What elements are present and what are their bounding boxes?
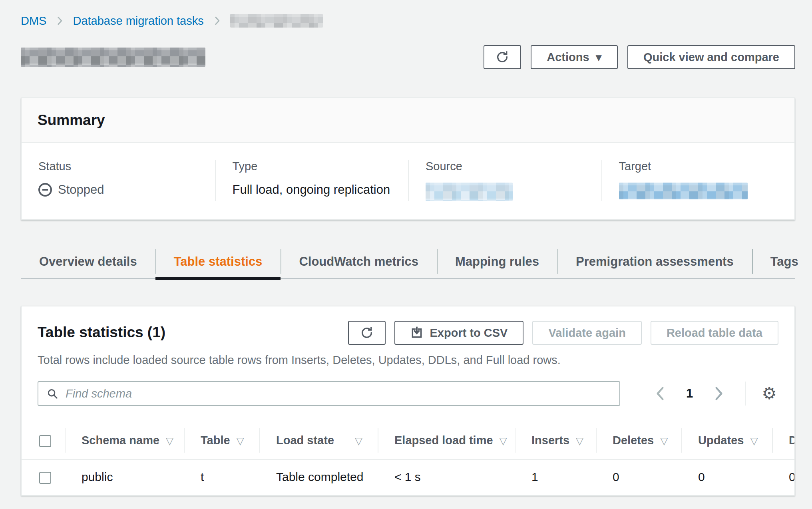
column-header-load-state[interactable]: Load state▽ (260, 422, 378, 459)
gear-icon: ⚙ (762, 385, 777, 402)
tab-label: Tags (770, 254, 798, 268)
table-statistics-header: Table statistics (1) Export to CSV (22, 306, 794, 345)
select-all-checkbox[interactable] (39, 435, 51, 447)
tab-label: Mapping rules (455, 254, 539, 268)
column-label: Table (201, 434, 230, 447)
sort-icon: ▽ (355, 435, 362, 447)
quick-view-compare-button[interactable]: Quick view and compare (627, 45, 795, 69)
column-header-deletes[interactable]: Deletes▽ (597, 422, 682, 459)
tab-overview-details[interactable]: Overview details (21, 248, 155, 278)
tab-bar: Overview details Table statistics CloudW… (21, 248, 795, 279)
chevron-right-icon (713, 386, 725, 401)
tab-table-statistics[interactable]: Table statistics (155, 248, 281, 278)
chevron-right-icon (54, 16, 65, 26)
refresh-table-button[interactable] (348, 321, 386, 345)
cell-ddls: 0 (773, 459, 795, 495)
next-page-button[interactable] (710, 383, 728, 404)
summary-title: Summary (38, 112, 778, 129)
chevron-right-icon (212, 16, 222, 26)
cell-schema-name: public (66, 459, 185, 495)
export-to-csv-label: Export to CSV (430, 326, 508, 340)
breadcrumb-redacted-task-name (230, 14, 323, 28)
column-label: Inserts (531, 434, 569, 447)
column-label: Schema name (82, 434, 159, 447)
reload-table-data-label: Reload table data (667, 326, 762, 340)
find-schema-input[interactable] (66, 382, 611, 405)
tab-label: CloudWatch metrics (299, 254, 418, 268)
stopped-icon (38, 183, 52, 197)
column-header-table[interactable]: Table▽ (185, 422, 260, 459)
status-value: Stopped (38, 183, 215, 197)
source-label: Source (426, 160, 601, 173)
pagination: 1 ⚙ (651, 382, 778, 406)
tab-tags[interactable]: Tags (752, 248, 812, 278)
page-header: Actions ▼ Quick view and compare (21, 39, 795, 75)
breadcrumb: DMS Database migration tasks (21, 14, 795, 28)
redacted-source-endpoint (426, 183, 513, 201)
column-header-ddls[interactable]: D (773, 422, 795, 459)
search-row: 1 ⚙ (38, 381, 778, 406)
actions-button-label: Actions (547, 51, 589, 64)
column-header-elapsed-load-time[interactable]: Elapsed load time▽ (378, 422, 515, 459)
schema-search-box (38, 381, 620, 406)
type-label: Type (233, 160, 408, 173)
tab-cloudwatch-metrics[interactable]: CloudWatch metrics (281, 248, 437, 278)
refresh-button[interactable] (484, 45, 521, 69)
header-actions: Actions ▼ Quick view and compare (484, 45, 795, 69)
table-header-row: Schema name▽ Table▽ Load state▽ Elapsed … (22, 422, 795, 459)
refresh-icon (360, 326, 374, 340)
quick-view-label: Quick view and compare (643, 51, 779, 64)
column-label: D (789, 434, 795, 447)
column-label: Elapsed load time (394, 434, 493, 447)
redacted-page-title (21, 48, 205, 67)
summary-field-type: Type Full load, ongoing replication (215, 160, 408, 201)
row-checkbox[interactable] (39, 472, 51, 484)
download-icon (410, 326, 423, 339)
target-label: Target (619, 160, 795, 173)
page: DMS Database migration tasks Actions ▼ Q… (0, 0, 812, 509)
column-label: Load state (276, 434, 334, 447)
sort-icon: ▽ (576, 435, 583, 447)
summary-header: Summary (22, 98, 794, 143)
tab-mapping-rules[interactable]: Mapping rules (437, 248, 557, 278)
sort-icon: ▽ (660, 435, 668, 447)
breadcrumb-link-dms[interactable]: DMS (21, 14, 46, 28)
column-label: Deletes (613, 434, 654, 447)
export-to-csv-button[interactable]: Export to CSV (394, 321, 523, 345)
sort-icon: ▽ (750, 435, 758, 447)
summary-field-status: Status Stopped (22, 160, 215, 201)
reload-table-data-button[interactable]: Reload table data (651, 321, 778, 345)
validate-again-label: Validate again (548, 326, 625, 340)
current-page-number: 1 (686, 386, 693, 401)
tab-label: Table statistics (174, 254, 263, 268)
column-header-inserts[interactable]: Inserts▽ (515, 422, 597, 459)
column-header-updates[interactable]: Updates▽ (682, 422, 773, 459)
tab-label: Premigration assessments (576, 254, 734, 268)
summary-field-target: Target (601, 160, 795, 201)
tab-label: Overview details (39, 254, 137, 268)
sort-icon: ▽ (500, 435, 507, 447)
cell-table: t (185, 459, 260, 495)
chevron-left-icon (654, 386, 666, 401)
type-value: Full load, ongoing replication (233, 183, 408, 197)
actions-button[interactable]: Actions ▼ (531, 45, 618, 69)
sort-icon: ▽ (166, 435, 173, 447)
column-label: Updates (698, 434, 744, 447)
cell-elapsed-load-time: < 1 s (378, 459, 515, 495)
table-statistics-title: Table statistics (1) (38, 321, 165, 341)
cell-inserts: 1 (515, 459, 597, 495)
preferences-button[interactable]: ⚙ (760, 384, 778, 404)
search-icon (46, 388, 58, 400)
table-statistics-buttons: Export to CSV Validate again Reload tabl… (348, 321, 778, 345)
breadcrumb-link-tasks[interactable]: Database migration tasks (73, 14, 203, 28)
cell-updates: 0 (682, 459, 773, 495)
caret-down-icon: ▼ (596, 54, 602, 62)
tab-premigration-assessments[interactable]: Premigration assessments (557, 248, 752, 278)
cell-deletes: 0 (597, 459, 682, 495)
status-label: Status (38, 160, 215, 173)
validate-again-button[interactable]: Validate again (532, 321, 641, 345)
previous-page-button[interactable] (651, 383, 669, 404)
summary-body: Status Stopped Type Full load, ongoing r… (22, 143, 794, 219)
statistics-table: Schema name▽ Table▽ Load state▽ Elapsed … (22, 422, 794, 495)
column-header-schema-name[interactable]: Schema name▽ (66, 422, 185, 459)
